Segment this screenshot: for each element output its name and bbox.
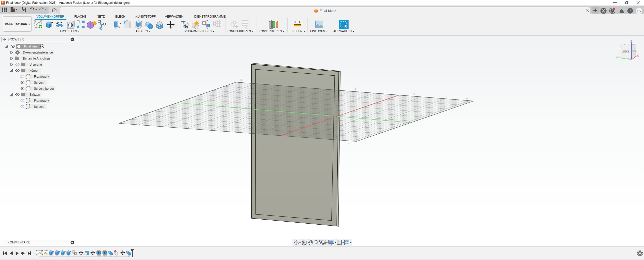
svg-text:Skizzen: Skizzen: [29, 93, 40, 96]
svg-text:LS: LS: [637, 9, 641, 13]
svg-text:Screen: Screen: [34, 81, 44, 84]
svg-text:Körper: Körper: [29, 69, 39, 72]
svg-text:?: ?: [629, 9, 631, 13]
svg-text:Screen: Screen: [34, 105, 44, 109]
svg-text:Final Idea: Final Idea: [24, 45, 37, 48]
svg-text:VORNE: VORNE: [632, 49, 637, 52]
svg-text:Benannte Ansichten: Benannte Ansichten: [23, 57, 50, 60]
svg-text:Screen_border: Screen_border: [34, 87, 54, 90]
svg-text:Framework: Framework: [34, 99, 49, 102]
svg-text:Y: Y: [616, 56, 618, 60]
svg-text:Ursprung: Ursprung: [29, 63, 42, 66]
svg-text:Framework: Framework: [34, 75, 49, 78]
svg-text:F: F: [2, 1, 4, 4]
svg-text:X: X: [637, 54, 639, 58]
svg-text:Z: Z: [630, 39, 632, 43]
svg-text:LINKS: LINKS: [622, 50, 630, 53]
svg-text:Dokumenteinstellungen: Dokumenteinstellungen: [23, 51, 54, 54]
